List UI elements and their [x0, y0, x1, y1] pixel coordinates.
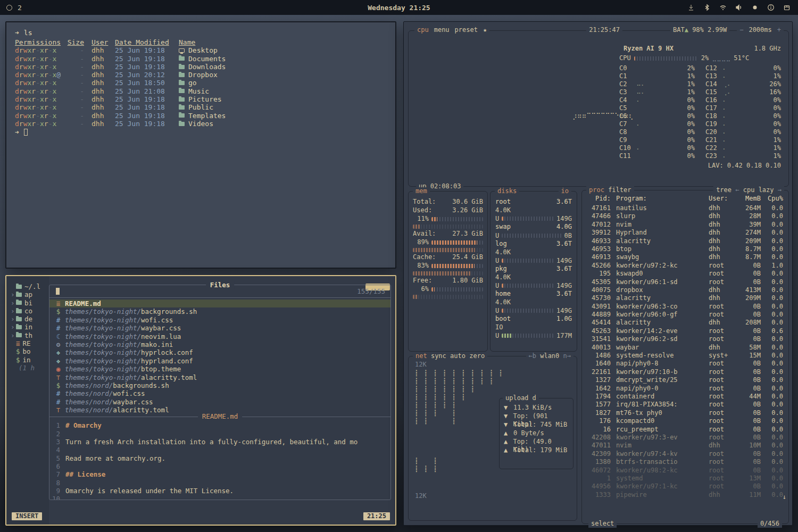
explorer-item[interactable]: › ap: [11, 290, 49, 298]
process-row[interactable]: 195 kswapd0 root 0B 0.0: [582, 270, 788, 278]
process-row[interactable]: 45266 kworker/u97:2-kc root 0B 1.0: [582, 262, 788, 270]
mem-panel-title[interactable]: mem: [413, 187, 430, 195]
picker-item[interactable]: themes/tokyo-night/backgrounds.sh: [49, 307, 390, 315]
disks-panel-title[interactable]: disks: [495, 187, 519, 195]
process-row[interactable]: 22161 kworker/u97:10-b root 0B 0.0: [582, 368, 788, 376]
process-user: dhh: [709, 237, 733, 245]
process-row[interactable]: 1827 mt76-tx phy0 root 0B 0.0: [582, 409, 788, 417]
process-row[interactable]: 1486 systemd-resolve syst+ 15M 0.0: [582, 352, 788, 360]
clock[interactable]: Wednesday 21:25: [0, 4, 798, 12]
file-size: -: [66, 79, 84, 87]
explorer-item[interactable]: › th: [11, 331, 49, 339]
explorer-item[interactable]: ~/.l: [11, 282, 49, 290]
process-row[interactable]: 39912 Hyprland dhh 274M 0.0: [582, 229, 788, 237]
picker-item[interactable]: README.md: [49, 300, 390, 307]
process-row[interactable]: 40013 waybar dhh 58M 0.0: [582, 344, 788, 352]
net-info-title[interactable]: upload d: [503, 394, 539, 402]
picker-item[interactable]: themes/nord/backgrounds.sh: [49, 381, 390, 389]
process-row[interactable]: 47012 nvim dhh 39M 0.0: [582, 221, 788, 229]
picker-item[interactable]: themes/tokyo-night/hyprlock.conf: [49, 348, 390, 356]
disk-meter: [502, 217, 554, 221]
interval-minus[interactable]: −: [737, 26, 746, 34]
menu-button[interactable]: menu: [431, 26, 452, 34]
process-row[interactable]: 46953 btop dhh 8.7M 0.0: [582, 245, 788, 253]
process-row[interactable]: 16 rcu_preempt root 0B 0.0: [582, 426, 788, 434]
col-program[interactable]: Program:: [611, 195, 709, 203]
package-icon[interactable]: [783, 4, 791, 12]
picker-item[interactable]: themes/nord/waybar.css: [49, 398, 390, 406]
bluetooth-icon[interactable]: [703, 4, 711, 12]
explorer-item[interactable]: › bi: [11, 299, 49, 307]
col-pid[interactable]: Pid:: [587, 195, 611, 203]
interval-plus[interactable]: +: [775, 26, 784, 34]
cpu-box-label[interactable]: cpu: [414, 26, 431, 34]
picker-item[interactable]: themes/tokyo-night/alacritty.toml: [49, 373, 390, 381]
io-label[interactable]: io: [559, 187, 571, 195]
explorer-item[interactable]: bo: [11, 347, 49, 355]
picker-item[interactable]: themes/tokyo-night/wofi.css: [49, 316, 390, 324]
process-row[interactable]: 1640 napi/phy0-8 root 0B 0.0: [582, 360, 788, 368]
process-row[interactable]: 42309 kworker/u97:4-kv root 0B 0.0: [582, 450, 788, 458]
disk-free: 177M: [556, 332, 572, 340]
process-row[interactable]: 1327 dmcrypt_write/25 root 0B 0.0: [582, 376, 788, 384]
process-row[interactable]: 46072 kworker/u98:2-kc root 0B 0.0: [582, 467, 788, 475]
disk-used-letter: U: [495, 282, 499, 290]
preset-button[interactable]: preset: [452, 26, 480, 34]
star-icon[interactable]: ★: [480, 26, 489, 34]
net-interface[interactable]: ←b wlan0 n→: [526, 352, 574, 360]
explorer-item[interactable]: › in: [11, 323, 49, 331]
status-dot-icon[interactable]: [751, 4, 759, 12]
process-row[interactable]: 46933 alacritty dhh 209M 0.0: [582, 237, 788, 245]
process-name: irq/81-PIXA3854:: [611, 401, 709, 409]
explorer-label: bi: [24, 299, 32, 307]
explorer-item[interactable]: RE: [11, 339, 49, 347]
scroll-down-indicator[interactable]: ↓: [783, 493, 786, 501]
wifi-icon[interactable]: [719, 4, 727, 12]
process-row[interactable]: 44889 kworker/u96:0-gf root 0B 0.0: [582, 311, 788, 319]
process-row[interactable]: 45305 kworker/u96:1-sd root 0B 0.0: [582, 278, 788, 286]
picker-item[interactable]: themes/tokyo-night/mako.ini: [49, 340, 390, 348]
process-user: root: [709, 360, 733, 368]
explorer-item[interactable]: in: [11, 356, 49, 364]
process-row[interactable]: 1333 pipewire dhh 11M 0.0: [582, 491, 788, 499]
volume-icon[interactable]: [735, 4, 743, 12]
info-icon[interactable]: [767, 4, 775, 12]
proc-options[interactable]: tree ← cpu lazy →: [713, 186, 784, 194]
process-row[interactable]: 45414 alacritty dhh 208M 0.0: [582, 319, 788, 327]
process-row[interactable]: 176 kcompactd0 root 0B 0.0: [582, 417, 788, 425]
explorer-item[interactable]: (1 h: [11, 364, 49, 372]
process-row[interactable]: 1642 napi/phy0-0 root 0B 0.0: [582, 385, 788, 393]
process-row[interactable]: 45263 kworker/14:2-eve root 0B 0.6: [582, 327, 788, 335]
explorer-item[interactable]: › de: [11, 315, 49, 323]
process-row[interactable]: 1577 irq/81-PIXA3854: root 0B 0.0: [582, 401, 788, 409]
col-mem[interactable]: MemB: [733, 195, 761, 203]
tray-arrow-icon[interactable]: [687, 4, 695, 12]
process-row[interactable]: 31541 kworker/u96:2-sd root 0B 0.0: [582, 335, 788, 343]
process-row[interactable]: 42208 kworker/u97:3-ev root 0B 0.0: [582, 434, 788, 442]
proc-column-headers[interactable]: Pid: Program: User: MemB Cpu%: [587, 195, 783, 203]
picker-item[interactable]: themes/tokyo-night/waybar.css: [49, 324, 390, 332]
process-row[interactable]: 1 systemd root 13M 0.0: [582, 475, 788, 483]
explorer-item[interactable]: › co: [11, 307, 49, 315]
process-row[interactable]: 47161 nautilus dhh 264M 0.0: [582, 204, 788, 212]
col-cpu[interactable]: Cpu%: [761, 195, 783, 203]
memory-stat: Cache: 25.4 GiB 83%: [413, 253, 483, 277]
process-row[interactable]: 1380 btrfs-transactio root 0B 0.0: [582, 458, 788, 466]
core-percent: 0%: [676, 136, 695, 144]
picker-item[interactable]: themes/tokyo-night/hyprland.conf: [49, 357, 390, 365]
process-row[interactable]: 47011 nvim dhh 10M 0.0: [582, 442, 788, 450]
process-row[interactable]: 46913 swaybg dhh 8.7M 0.0: [582, 253, 788, 261]
disk-name: home: [495, 290, 511, 298]
picker-item[interactable]: themes/tokyo-night/btop.theme: [49, 365, 390, 373]
process-row[interactable]: 47466 slurp dhh 28M 0.0: [582, 212, 788, 220]
picker-item[interactable]: themes/nord/wofi.css: [49, 389, 390, 397]
col-user[interactable]: User:: [709, 195, 733, 203]
process-row[interactable]: 43091 kworker/u96:3-co root 0B 0.0: [582, 303, 788, 311]
process-row[interactable]: 1794 containerd root 44M 0.0: [582, 393, 788, 401]
process-row[interactable]: 44956 kworker/u97:1-kc root 0B 0.0: [582, 483, 788, 491]
process-row[interactable]: 40075 dropbox dhh 413M 0.0: [582, 286, 788, 294]
prompt-line-empty[interactable]: ➜: [15, 128, 387, 136]
process-row[interactable]: 45730 alacritty dhh 209M 0.0: [582, 294, 788, 302]
picker-item[interactable]: themes/tokyo-night/neovim.lua: [49, 332, 390, 340]
proc-footer-select[interactable]: select: [588, 520, 617, 528]
